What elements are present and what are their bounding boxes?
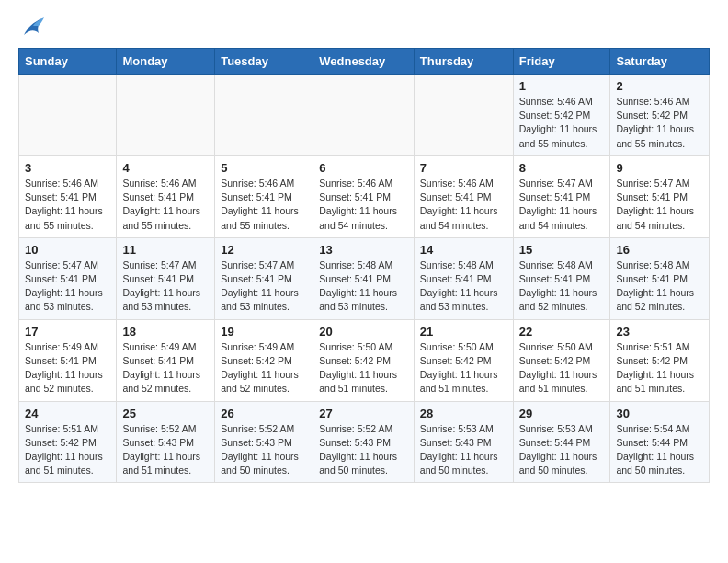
day-info: Sunrise: 5:50 AMSunset: 5:42 PMDaylight:… (319, 340, 408, 396)
calendar-cell: 8Sunrise: 5:47 AMSunset: 5:41 PMDaylight… (513, 155, 610, 237)
weekday-header-tuesday: Tuesday (215, 49, 313, 75)
calendar-cell: 7Sunrise: 5:46 AMSunset: 5:41 PMDaylight… (414, 155, 513, 237)
calendar-week-row: 3Sunrise: 5:46 AMSunset: 5:41 PMDaylight… (19, 155, 710, 237)
calendar-week-row: 10Sunrise: 5:47 AMSunset: 5:41 PMDayligh… (19, 237, 710, 319)
weekday-header-wednesday: Wednesday (313, 49, 415, 75)
calendar-cell: 19Sunrise: 5:49 AMSunset: 5:42 PMDayligh… (215, 319, 313, 401)
day-number: 2 (616, 79, 703, 93)
day-number: 9 (616, 161, 703, 175)
calendar-cell (19, 75, 117, 156)
calendar-cell: 18Sunrise: 5:49 AMSunset: 5:41 PMDayligh… (117, 319, 215, 401)
day-number: 21 (420, 325, 507, 339)
day-info: Sunrise: 5:48 AMSunset: 5:41 PMDaylight:… (319, 259, 408, 315)
calendar-cell (414, 75, 513, 156)
day-number: 4 (122, 161, 209, 175)
day-number: 24 (25, 407, 110, 420)
calendar-cell: 22Sunrise: 5:50 AMSunset: 5:42 PMDayligh… (513, 319, 610, 401)
calendar-cell (313, 75, 415, 156)
calendar-cell: 14Sunrise: 5:48 AMSunset: 5:41 PMDayligh… (414, 237, 513, 319)
calendar-cell: 24Sunrise: 5:51 AMSunset: 5:42 PMDayligh… (19, 401, 117, 483)
day-info: Sunrise: 5:54 AMSunset: 5:44 PMDaylight:… (616, 422, 703, 478)
calendar-cell: 12Sunrise: 5:47 AMSunset: 5:41 PMDayligh… (215, 237, 313, 319)
day-info: Sunrise: 5:46 AMSunset: 5:41 PMDaylight:… (221, 177, 307, 233)
logo-bird-icon (20, 15, 46, 40)
calendar-cell: 3Sunrise: 5:46 AMSunset: 5:41 PMDaylight… (19, 155, 117, 237)
calendar-cell: 10Sunrise: 5:47 AMSunset: 5:41 PMDayligh… (19, 237, 117, 319)
calendar-cell: 28Sunrise: 5:53 AMSunset: 5:43 PMDayligh… (414, 401, 513, 483)
day-info: Sunrise: 5:49 AMSunset: 5:41 PMDaylight:… (122, 340, 209, 396)
calendar-cell: 13Sunrise: 5:48 AMSunset: 5:41 PMDayligh… (313, 237, 415, 319)
logo (18, 18, 46, 40)
calendar-week-row: 1Sunrise: 5:46 AMSunset: 5:42 PMDaylight… (19, 75, 710, 156)
calendar-cell: 29Sunrise: 5:53 AMSunset: 5:44 PMDayligh… (513, 401, 610, 483)
day-info: Sunrise: 5:53 AMSunset: 5:43 PMDaylight:… (420, 422, 507, 478)
day-info: Sunrise: 5:52 AMSunset: 5:43 PMDaylight:… (122, 422, 209, 478)
calendar-cell: 27Sunrise: 5:52 AMSunset: 5:43 PMDayligh… (313, 401, 415, 483)
calendar-cell: 5Sunrise: 5:46 AMSunset: 5:41 PMDaylight… (215, 155, 313, 237)
day-info: Sunrise: 5:51 AMSunset: 5:42 PMDaylight:… (25, 422, 110, 478)
day-number: 13 (319, 243, 408, 257)
calendar-cell: 23Sunrise: 5:51 AMSunset: 5:42 PMDayligh… (610, 319, 710, 401)
day-number: 8 (519, 161, 605, 175)
day-number: 27 (319, 407, 408, 420)
calendar-cell: 4Sunrise: 5:46 AMSunset: 5:41 PMDaylight… (117, 155, 215, 237)
day-info: Sunrise: 5:47 AMSunset: 5:41 PMDaylight:… (616, 177, 703, 233)
day-info: Sunrise: 5:52 AMSunset: 5:43 PMDaylight:… (221, 422, 307, 478)
day-number: 5 (221, 161, 307, 175)
day-info: Sunrise: 5:46 AMSunset: 5:42 PMDaylight:… (519, 95, 605, 151)
calendar-cell: 21Sunrise: 5:50 AMSunset: 5:42 PMDayligh… (414, 319, 513, 401)
day-info: Sunrise: 5:52 AMSunset: 5:43 PMDaylight:… (319, 422, 408, 478)
day-info: Sunrise: 5:46 AMSunset: 5:41 PMDaylight:… (25, 177, 110, 233)
day-info: Sunrise: 5:46 AMSunset: 5:41 PMDaylight:… (319, 177, 408, 233)
calendar-cell: 16Sunrise: 5:48 AMSunset: 5:41 PMDayligh… (610, 237, 710, 319)
day-number: 19 (221, 325, 307, 339)
calendar-cell: 30Sunrise: 5:54 AMSunset: 5:44 PMDayligh… (610, 401, 710, 483)
day-info: Sunrise: 5:46 AMSunset: 5:41 PMDaylight:… (122, 177, 209, 233)
calendar-week-row: 17Sunrise: 5:49 AMSunset: 5:41 PMDayligh… (19, 319, 710, 401)
calendar-cell (117, 75, 215, 156)
calendar-cell: 2Sunrise: 5:46 AMSunset: 5:42 PMDaylight… (610, 75, 710, 156)
day-number: 12 (221, 243, 307, 257)
calendar-cell: 6Sunrise: 5:46 AMSunset: 5:41 PMDaylight… (313, 155, 415, 237)
day-info: Sunrise: 5:48 AMSunset: 5:41 PMDaylight:… (519, 259, 605, 315)
day-info: Sunrise: 5:48 AMSunset: 5:41 PMDaylight:… (616, 259, 703, 315)
day-number: 6 (319, 161, 408, 175)
day-number: 11 (122, 243, 209, 257)
day-number: 25 (122, 407, 209, 420)
day-number: 20 (319, 325, 408, 339)
page: SundayMondayTuesdayWednesdayThursdayFrid… (0, 0, 728, 501)
calendar-cell: 11Sunrise: 5:47 AMSunset: 5:41 PMDayligh… (117, 237, 215, 319)
calendar-table: SundayMondayTuesdayWednesdayThursdayFrid… (18, 48, 710, 483)
day-info: Sunrise: 5:50 AMSunset: 5:42 PMDaylight:… (519, 340, 605, 396)
day-number: 23 (616, 325, 703, 339)
day-number: 22 (519, 325, 605, 339)
calendar-cell (215, 75, 313, 156)
calendar-cell: 26Sunrise: 5:52 AMSunset: 5:43 PMDayligh… (215, 401, 313, 483)
day-info: Sunrise: 5:53 AMSunset: 5:44 PMDaylight:… (519, 422, 605, 478)
weekday-header-sunday: Sunday (19, 49, 117, 75)
day-info: Sunrise: 5:46 AMSunset: 5:41 PMDaylight:… (420, 177, 507, 233)
day-number: 3 (25, 161, 110, 175)
calendar-cell: 9Sunrise: 5:47 AMSunset: 5:41 PMDaylight… (610, 155, 710, 237)
day-info: Sunrise: 5:47 AMSunset: 5:41 PMDaylight:… (519, 177, 605, 233)
day-info: Sunrise: 5:47 AMSunset: 5:41 PMDaylight:… (221, 259, 307, 315)
header (18, 15, 710, 40)
day-number: 17 (25, 325, 110, 339)
weekday-header-friday: Friday (513, 49, 610, 75)
day-number: 10 (25, 243, 110, 257)
calendar-cell: 20Sunrise: 5:50 AMSunset: 5:42 PMDayligh… (313, 319, 415, 401)
calendar-week-row: 24Sunrise: 5:51 AMSunset: 5:42 PMDayligh… (19, 401, 710, 483)
day-number: 15 (519, 243, 605, 257)
day-number: 28 (420, 407, 507, 420)
weekday-header-monday: Monday (117, 49, 215, 75)
day-info: Sunrise: 5:48 AMSunset: 5:41 PMDaylight:… (420, 259, 507, 315)
day-info: Sunrise: 5:47 AMSunset: 5:41 PMDaylight:… (122, 259, 209, 315)
day-info: Sunrise: 5:49 AMSunset: 5:41 PMDaylight:… (25, 340, 110, 396)
calendar-cell: 17Sunrise: 5:49 AMSunset: 5:41 PMDayligh… (19, 319, 117, 401)
day-info: Sunrise: 5:50 AMSunset: 5:42 PMDaylight:… (420, 340, 507, 396)
day-number: 18 (122, 325, 209, 339)
day-number: 7 (420, 161, 507, 175)
weekday-header-saturday: Saturday (610, 49, 710, 75)
day-info: Sunrise: 5:47 AMSunset: 5:41 PMDaylight:… (25, 259, 110, 315)
calendar-cell: 1Sunrise: 5:46 AMSunset: 5:42 PMDaylight… (513, 75, 610, 156)
